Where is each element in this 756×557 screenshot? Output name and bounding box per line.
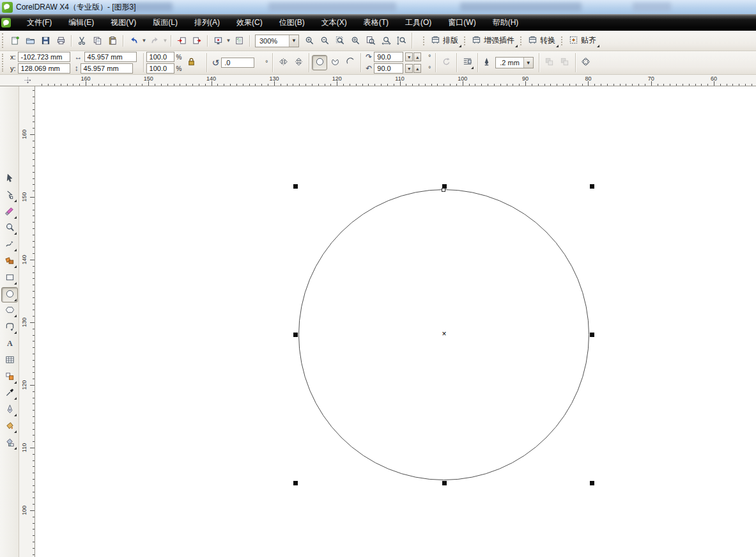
mirror-horizontal-button[interactable] [275,55,291,70]
convert-button[interactable]: 转换 [525,34,559,48]
toolbar-grip[interactable] [2,33,4,48]
start-angle-field[interactable]: 90.0 [374,52,403,62]
menu-item-bitmaps[interactable]: 位图(B) [271,15,313,31]
zoom-page-button[interactable] [363,33,378,49]
zoom-combo-arrow-icon[interactable]: ▼ [289,35,298,47]
redo-button-dropdown-icon[interactable]: ▼ [162,33,168,49]
app-launcher-button[interactable] [210,33,226,49]
fill-tool[interactable] [1,419,18,434]
basic-shapes-tool[interactable] [1,320,18,335]
scale-horizontal-field[interactable]: 100.0 [146,52,174,62]
spin-up-icon[interactable]: ▲ [413,52,421,61]
menu-item-window[interactable]: 窗口(W) [440,15,484,31]
pick-tool[interactable] [1,171,18,187]
ellipse-tool[interactable] [1,287,18,302]
end-angle-field[interactable]: 90.0 [374,63,403,74]
convert-to-curves-button[interactable] [578,55,594,70]
spin-down-icon[interactable]: ▼ [405,52,413,61]
spin-down-icon[interactable]: ▼ [405,64,413,73]
zoom-in-button[interactable] [302,33,317,49]
zoom-out-button[interactable] [317,33,332,49]
crop-tool[interactable] [1,205,18,220]
interactive-fill-tool[interactable] [1,435,18,451]
paste-button[interactable] [105,33,120,49]
zoom-page-width-button[interactable] [378,33,394,49]
object-width-field[interactable]: 45.957 mm [84,52,137,62]
freehand-tool[interactable] [1,237,18,253]
selection-handle-e[interactable] [590,333,594,337]
end-angle-spinner[interactable]: ▼ ▲ [405,64,421,73]
eyedropper-tool[interactable] [1,386,18,401]
paiban-button[interactable]: 排版 [428,34,462,48]
selection-handle-s[interactable] [442,481,447,485]
ruler-origin-icon[interactable] [24,76,32,86]
welcome-screen-button[interactable] [231,33,247,49]
zoom-level-value[interactable]: 300% [256,37,289,45]
menu-item-table[interactable]: 表格(T) [355,15,397,31]
menu-item-effects[interactable]: 效果(C) [228,15,271,31]
undo-button-dropdown-icon[interactable]: ▼ [141,33,147,49]
polygon-tool[interactable] [1,303,18,318]
rectangle-tool[interactable] [1,271,18,286]
outline-pen-tool[interactable] [1,402,18,418]
toolbar-grip[interactable] [520,36,523,45]
cut-button[interactable] [74,33,89,49]
x-position-field[interactable]: -102.723 mm [18,52,70,62]
import-button[interactable] [174,33,189,49]
menu-item-file[interactable]: 文件(F) [19,15,60,31]
open-button[interactable] [22,33,38,49]
selection-handle-ne[interactable] [590,184,594,189]
text-tool[interactable]: A [1,336,18,352]
export-button[interactable] [189,33,204,49]
menu-item-help[interactable]: 帮助(H) [484,15,527,31]
zoom-page-height-button[interactable] [394,33,409,49]
outline-width-combo[interactable]: .2 mm ▼ [495,57,534,68]
mirror-vertical-button[interactable] [291,55,306,70]
save-button[interactable] [38,33,53,49]
menu-item-arrange[interactable]: 排列(A) [186,15,228,31]
new-button[interactable] [7,33,22,49]
object-height-field[interactable]: 45.957 mm [81,63,133,74]
plugins-button[interactable]: 增强插件 [469,34,518,48]
selection-handle-sw[interactable] [293,481,298,485]
copy-button[interactable] [89,33,105,49]
outline-combo-arrow-icon[interactable]: ▼ [523,58,533,68]
menu-item-text[interactable]: 文本(X) [313,15,355,31]
rotation-angle-field[interactable]: .0 [221,58,254,68]
shape-tool[interactable] [1,188,18,203]
menu-item-layout[interactable]: 版面(L) [144,15,186,31]
snap-button[interactable]: 贴齐 [566,34,600,48]
zoom-all-objects-button[interactable] [348,33,363,49]
ellipse-top-node[interactable] [442,188,445,192]
wrap-text-button[interactable] [459,55,475,70]
zoom-tool[interactable] [1,221,18,236]
y-position-field[interactable]: 128.069 mm [18,63,70,74]
start-angle-spinner[interactable]: ▼ ▲ [405,52,421,61]
ellipse-mode-button[interactable] [312,55,327,70]
selection-handle-se[interactable] [590,481,594,485]
print-button[interactable] [53,33,68,49]
menu-item-view[interactable]: 视图(V) [102,15,144,31]
interactive-blend-tool[interactable] [1,370,18,385]
spin-up-icon[interactable]: ▲ [413,64,421,73]
toolbar-grip[interactable] [561,36,564,45]
outline-width-value[interactable]: .2 mm [496,59,523,67]
selection-handle-w[interactable] [293,333,298,337]
scale-vertical-field[interactable]: 100.0 [146,63,174,74]
undo-button[interactable] [126,33,141,49]
toolbar-grip[interactable] [2,54,4,72]
degree-sign: ° [426,65,433,72]
menu-item-tools[interactable]: 工具(O) [397,15,440,31]
menu-item-edit[interactable]: 编辑(E) [60,15,102,31]
table-tool[interactable] [1,353,18,368]
zoom-selected-button[interactable] [332,33,348,49]
smart-fill-tool[interactable] [1,254,18,269]
zoom-level-combo[interactable]: 300% ▼ [255,35,299,47]
arc-mode-button[interactable] [343,55,358,70]
lock-ratio-button[interactable] [183,55,199,70]
pie-mode-button[interactable] [327,55,343,70]
toolbar-grip[interactable] [464,36,467,45]
app-launcher-button-dropdown-icon[interactable]: ▼ [226,33,231,49]
toolbar-grip[interactable] [423,36,426,45]
selection-handle-nw[interactable] [293,184,298,189]
